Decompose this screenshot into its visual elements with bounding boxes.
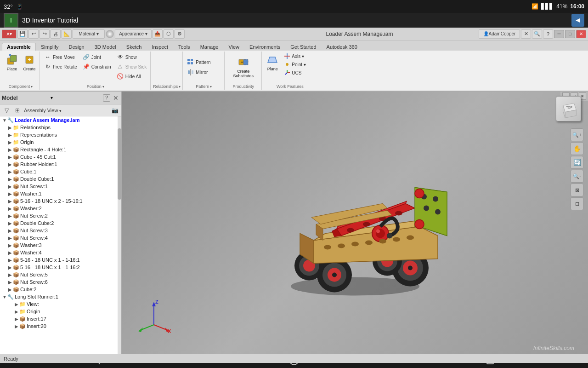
hide-all-button[interactable]: 🚫 Hide All: [115, 72, 149, 81]
tree-item-insert17[interactable]: ▶ 📦 Insert:17: [0, 315, 121, 322]
tab-view[interactable]: View: [223, 43, 244, 51]
tree-item-doublecube1[interactable]: ▶ 📦 Double Cube:1: [0, 175, 121, 183]
tab-inspect[interactable]: Inspect: [147, 43, 173, 51]
tree-toggle-nutscrew6[interactable]: ▶: [7, 279, 13, 285]
tree-item-representations[interactable]: ▶ 📁 Representations: [0, 131, 121, 138]
relationships-group-label[interactable]: Relationships ▾: [153, 83, 181, 90]
orbit-btn[interactable]: 🔄: [571, 156, 583, 169]
tree-item-516unc1-1[interactable]: ▶ 📦 5-16 - 18 UNC x 1 - 1-16:1: [0, 256, 121, 264]
close-button[interactable]: ✕: [576, 30, 586, 38]
tree-item-lsr-origin[interactable]: ▶ 📁 Origin: [0, 308, 121, 315]
zoom-in-btn[interactable]: 🔍+: [571, 128, 583, 141]
tree-toggle-cube1[interactable]: ▶: [7, 169, 13, 174]
pan-btn[interactable]: ✋: [571, 142, 583, 155]
help-button[interactable]: ?: [543, 29, 553, 39]
tree-toggle-doublecube1[interactable]: ▶: [7, 176, 13, 182]
zoom-out-btn[interactable]: 🔍-: [571, 170, 583, 183]
tree-item-nutscrew5[interactable]: ▶ 📦 Nut Screw:5: [0, 271, 121, 278]
tree-toggle-nutscrew2[interactable]: ▶: [7, 213, 13, 218]
tree-toggle-origin[interactable]: ▶: [7, 139, 13, 145]
axis-button[interactable]: Axis ▾: [283, 52, 307, 60]
tree-item-doublecube2[interactable]: ▶ 📦 Double Cube:2: [0, 219, 121, 227]
help-search[interactable]: 🔍: [532, 29, 542, 39]
panel-help-button[interactable]: ?: [103, 94, 110, 102]
tree-item-longslotrunner[interactable]: ▼ 🔧 Long Slot Runner:1: [0, 293, 121, 300]
tab-getstarted[interactable]: Get Started: [285, 43, 321, 51]
tree-toggle-rubber[interactable]: ▶: [7, 161, 13, 167]
tree-item-nutscrew6[interactable]: ▶ 📦 Nut Screw:6: [0, 278, 121, 286]
free-move-button[interactable]: ↔ Free Move: [42, 52, 79, 62]
3d-viewport[interactable]: ─ □ ✕: [122, 92, 588, 354]
tree-toggle-washer1[interactable]: ▶: [7, 191, 13, 196]
tree-item-insert20[interactable]: ▶ 📦 Insert:20: [0, 322, 121, 330]
tree-toggle-root[interactable]: ▼: [2, 117, 7, 123]
tree-item-washer1[interactable]: ▶ 📦 Washer:1: [0, 190, 121, 197]
tree-toggle-washer2[interactable]: ▶: [7, 206, 13, 211]
tab-simplify[interactable]: Simplify: [36, 43, 64, 51]
ucs-button[interactable]: UCS: [283, 69, 307, 76]
place-button[interactable]: Place: [4, 52, 20, 73]
create-substitutes-button[interactable]: Create Substitutes: [232, 55, 256, 80]
measure-button[interactable]: 📐: [62, 29, 72, 39]
tree-toggle-nutscrew5[interactable]: ▶: [7, 272, 13, 277]
tab-assemble[interactable]: Assemble: [2, 43, 36, 51]
tree-item-nutscrew3[interactable]: ▶ 📦 Nut Screw:3: [0, 227, 121, 234]
mirror-button[interactable]: Mirror: [185, 68, 209, 77]
nav-extra-btn[interactable]: ⊟: [571, 197, 583, 210]
extra-button[interactable]: ⬡: [164, 29, 174, 39]
plane-button[interactable]: Plane: [264, 52, 281, 73]
material-dropdown[interactable]: Material ▾: [73, 29, 105, 39]
tree-toggle-nutscrew3[interactable]: ▶: [7, 228, 13, 233]
pattern-button[interactable]: Pattern: [185, 58, 212, 67]
position-group-label[interactable]: Position ▾: [42, 83, 148, 90]
filter-icon[interactable]: ▽: [2, 106, 11, 115]
tree-item-relationships[interactable]: ▶ 📁 Relationships: [0, 124, 121, 131]
tab-sketch[interactable]: Sketch: [121, 43, 147, 51]
tree-toggle-representations[interactable]: ▶: [7, 132, 13, 138]
close-user-btn[interactable]: ✕: [521, 29, 531, 39]
tree-toggle-rect[interactable]: ▶: [7, 147, 13, 152]
tree-toggle-lsr[interactable]: ▼: [2, 294, 7, 299]
tree-toggle-516unc1-1[interactable]: ▶: [7, 257, 13, 263]
app-menu-button[interactable]: A▾: [2, 29, 17, 39]
expand-icon[interactable]: ⊞: [13, 106, 22, 115]
tree-item-nutscrew2[interactable]: ▶ 📦 Nut Screw:2: [0, 212, 121, 219]
tree-toggle-nutscrew4[interactable]: ▶: [7, 235, 13, 241]
tree-item-lsr-view[interactable]: ▶ 📁 View:: [0, 300, 121, 308]
tree-toggle-nutscrew1[interactable]: ▶: [7, 184, 13, 189]
tree-toggle-lsr-view[interactable]: ▶: [14, 301, 19, 307]
tree-toggle-516unc[interactable]: ▶: [7, 198, 13, 204]
tree-item-rect4hole1[interactable]: ▶ 📦 Rectangle - 4 Hole:1: [0, 146, 121, 153]
print-button[interactable]: 🖨: [51, 29, 61, 39]
save-button[interactable]: 💾: [17, 29, 28, 39]
redo-button[interactable]: ↪: [40, 29, 50, 39]
tree-item-cube2[interactable]: ▶ 📦 Cube:2: [0, 286, 121, 293]
view-cube-box[interactable]: TOP: [556, 96, 581, 121]
tree-item-nutscrew4[interactable]: ▶ 📦 Nut Screw:4: [0, 234, 121, 242]
tree-toggle-insert20[interactable]: ▶: [14, 323, 19, 329]
fit-btn[interactable]: ⊠: [571, 184, 583, 196]
appearance-dropdown[interactable]: Appearance ▾: [115, 29, 152, 39]
joint-button[interactable]: 🔗 Joint: [81, 52, 113, 62]
free-rotate-button[interactable]: ↻ Free Rotate: [42, 62, 79, 71]
tree-toggle-516unc1-2[interactable]: ▶: [7, 264, 13, 270]
tree-item-nutscrew1[interactable]: ▶ 📦 Nut Screw:1: [0, 183, 121, 190]
point-button[interactable]: Point ▾: [283, 61, 307, 68]
settings-button[interactable]: ⚙: [175, 29, 185, 39]
tab-manage[interactable]: Manage: [195, 43, 224, 51]
tree-item-516unc1-2[interactable]: ▶ 📦 5-16 - 18 UNC x 1 - 1-16:2: [0, 264, 121, 271]
tab-autodesk360[interactable]: Autodesk 360: [322, 43, 362, 51]
tree-item-cube1[interactable]: ▶ 📦 Cube:1: [0, 168, 121, 175]
tab-environments[interactable]: Environments: [244, 43, 285, 51]
constrain-button[interactable]: 📌 Constrain: [81, 62, 113, 71]
camera-icon[interactable]: 📷: [110, 106, 119, 115]
color-button[interactable]: [106, 30, 114, 38]
tree-container[interactable]: ▼ 🔧 Loader Assem Manage.iam ▶ 📁 Relation…: [0, 116, 121, 354]
undo-button[interactable]: ↩: [28, 29, 39, 39]
assembly-view-selector[interactable]: Assembly View ▾: [24, 108, 108, 113]
tree-toggle-cube45[interactable]: ▶: [7, 154, 13, 160]
tree-toggle-washer4[interactable]: ▶: [7, 250, 13, 255]
panel-close-button[interactable]: ✕: [112, 94, 119, 102]
minimize-button[interactable]: ─: [554, 30, 564, 38]
panel-scrollbar-thumb[interactable]: [118, 128, 121, 200]
